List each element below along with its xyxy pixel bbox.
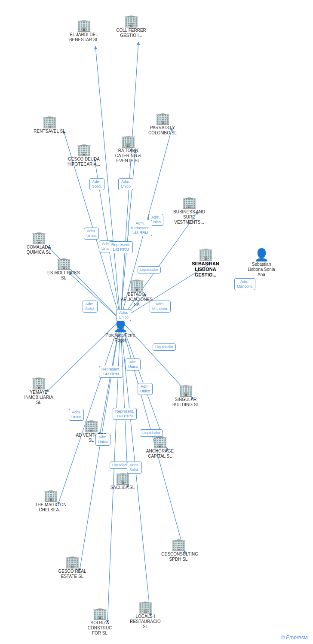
building-icon: 🏢	[43, 489, 58, 501]
node-sebastian_lisbona_person[interactable]: 👤Sebastian Lisbona Sonia Ana	[244, 249, 279, 277]
building-icon: 🏢	[182, 197, 197, 209]
node-rentsavel[interactable]: 🏢RENTSAVEL SL	[32, 116, 67, 134]
building-icon: 🏢	[56, 258, 71, 270]
node-label: BUSINESS AND SURE VESTMENTS...	[172, 210, 206, 225]
graph-container: 🏢EL JARDI DEL BENESTAR SL🏢COLL FERRER GE…	[0, 0, 313, 644]
node-label: RENTSAVEL SL	[34, 129, 65, 134]
person-icon: 👤	[113, 320, 128, 332]
node-label: LOCALS I RESTAURACIO SL	[128, 614, 163, 629]
building-icon: 🏢	[31, 377, 46, 389]
building-icon: 🏢	[92, 608, 107, 620]
node-label: ES MOLT PICKS SL	[46, 270, 81, 281]
connection-lines	[0, 0, 313, 644]
badge-b22[interactable]: Adm.Solid.	[127, 462, 142, 474]
building-icon: 🏢	[153, 436, 168, 448]
node-label: Sebastian Lisbona Sonia Ana	[244, 262, 279, 277]
node-gesco_deuda[interactable]: 🏢GESCO DEUDA HIPOTECARIA...	[67, 144, 101, 167]
badge-b19[interactable]: Represent.143 RRM	[113, 408, 137, 420]
building-icon: 🏢	[171, 539, 186, 551]
node-label: RA TOWN CATERING & EVENTS SL	[111, 148, 145, 164]
node-yemaye[interactable]: 🏢YEMAYE INMOBILIARIA SL	[21, 377, 56, 405]
node-sebastian_lisbona_co[interactable]: 🏢SEBASTIAN LISBONA GESTIO...	[188, 248, 223, 278]
node-label: SEBASTIAN LISBONA GESTIO...	[188, 261, 223, 278]
node-label: ANCHORAGE CAPITAL SL	[143, 449, 177, 459]
badge-b20[interactable]: Liquidador	[140, 429, 163, 437]
watermark: © Empresia	[281, 635, 308, 641]
node-label: COLL FERRER GESTIO I...	[114, 28, 148, 38]
building-icon: 🏢	[121, 135, 136, 147]
node-el_jardi[interactable]: 🏢EL JARDI DEL BENESTAR SL	[67, 19, 101, 43]
building-icon: 🏢	[42, 116, 57, 128]
badge-b1[interactable]: Adm.Solid.	[89, 178, 104, 190]
badge-b6[interactable]: Adm.Unico	[116, 309, 131, 321]
person-icon: 👤	[254, 249, 269, 261]
building-icon: 🏢	[129, 279, 144, 291]
badge-b13[interactable]: Liquidador	[153, 343, 176, 351]
node-singular[interactable]: 🏢SINGULAR BUILDING SL	[169, 384, 203, 407]
badge-b10[interactable]: Liquidador	[138, 266, 161, 273]
node-the_magic[interactable]: 🏢THE MAGIC ON CHELSEA...	[34, 489, 68, 513]
node-label: GESCO DEUDA HIPOTECARIA...	[67, 157, 101, 167]
badge-b12[interactable]: Adm.Mancom.	[234, 278, 255, 290]
badge-b15[interactable]: Represent.143 RRM	[99, 366, 123, 378]
building-icon: 🏢	[84, 420, 99, 432]
badge-b2[interactable]: Adm.Unico	[118, 178, 133, 190]
badge-b8[interactable]: Adm.Represent.143 RRM	[128, 220, 152, 236]
building-icon: 🏢	[124, 15, 139, 27]
node-label: GESCONSULTING SPDH SL	[161, 552, 196, 562]
node-label: PARRADO Y COLOMBO SL	[145, 125, 180, 136]
node-label: BETADIX APLICACIONES SA	[120, 292, 154, 307]
node-label: SINGULAR BUILDING SL	[169, 397, 203, 407]
node-ra_town[interactable]: 🏢RA TOWN CATERING & EVENTS SL	[111, 135, 145, 164]
building-icon: 🏢	[138, 601, 153, 613]
building-icon: 🏢	[115, 472, 130, 484]
building-icon: 🏢	[65, 556, 80, 568]
node-coll_ferrer[interactable]: 🏢COLL FERRER GESTIO I...	[114, 15, 148, 38]
node-solriza[interactable]: 🏢SOLRIZA CONSTRUC FOR SL	[83, 608, 117, 636]
node-parellada[interactable]: 👤Parellada Ferre Roger	[103, 320, 138, 343]
badge-b5[interactable]: Adm.Solid.	[83, 301, 98, 313]
node-sacliba[interactable]: 🏢SACLIBA SL	[105, 472, 140, 490]
node-gesconsulting[interactable]: 🏢GESCONSULTING SPDH SL	[161, 539, 196, 562]
node-label: EL JARDI DEL BENESTAR SL	[67, 32, 101, 43]
node-label: SOLRIZA CONSTRUC FOR SL	[83, 620, 117, 636]
badge-b16[interactable]: Adm.Unico	[138, 383, 153, 395]
building-icon: 🏢	[77, 144, 92, 156]
badge-b14[interactable]: Adm.Unico	[126, 358, 141, 371]
node-label: COMALADA QUIMICA SL	[21, 245, 56, 255]
badge-b3[interactable]: Adm.Unico	[84, 228, 99, 240]
node-anchorage[interactable]: 🏢ANCHORAGE CAPITAL SL	[143, 436, 177, 459]
badge-b18[interactable]: Adm.Unico	[95, 434, 110, 446]
node-label: Parellada Ferre Roger	[103, 333, 138, 343]
node-comalada[interactable]: 🏢COMALADA QUIMICA SL	[21, 232, 56, 255]
badge-b17[interactable]: Adm.Unico	[69, 409, 84, 421]
node-es_molt[interactable]: 🏢ES MOLT PICKS SL	[46, 258, 81, 281]
badge-b9[interactable]: Represent.143 RRM	[109, 241, 133, 253]
building-icon: 🏢	[77, 19, 92, 31]
node-label: YEMAYE INMOBILIARIA SL	[21, 390, 56, 405]
building-icon: 🏢	[31, 232, 46, 244]
node-label: THE MAGIC ON CHELSEA...	[34, 502, 68, 513]
building-icon: 🏢	[155, 112, 170, 125]
node-label: SACLIBA SL	[110, 485, 135, 490]
node-business_sure[interactable]: 🏢BUSINESS AND SURE VESTMENTS...	[172, 197, 206, 225]
node-label: GESCO REAL ESTATE SL	[55, 569, 89, 579]
node-parrado[interactable]: 🏢PARRADO Y COLOMBO SL	[145, 112, 180, 136]
node-gesco_real[interactable]: 🏢GESCO REAL ESTATE SL	[55, 556, 89, 579]
node-betadix[interactable]: 🏢BETADIX APLICACIONES SA	[120, 279, 154, 307]
node-locals_i[interactable]: 🏢LOCALS I RESTAURACIO SL	[128, 601, 163, 629]
badge-b11[interactable]: Adm.Mancom.	[150, 301, 171, 313]
building-icon: 🏢	[178, 384, 193, 396]
building-icon-highlight: 🏢	[198, 248, 213, 260]
